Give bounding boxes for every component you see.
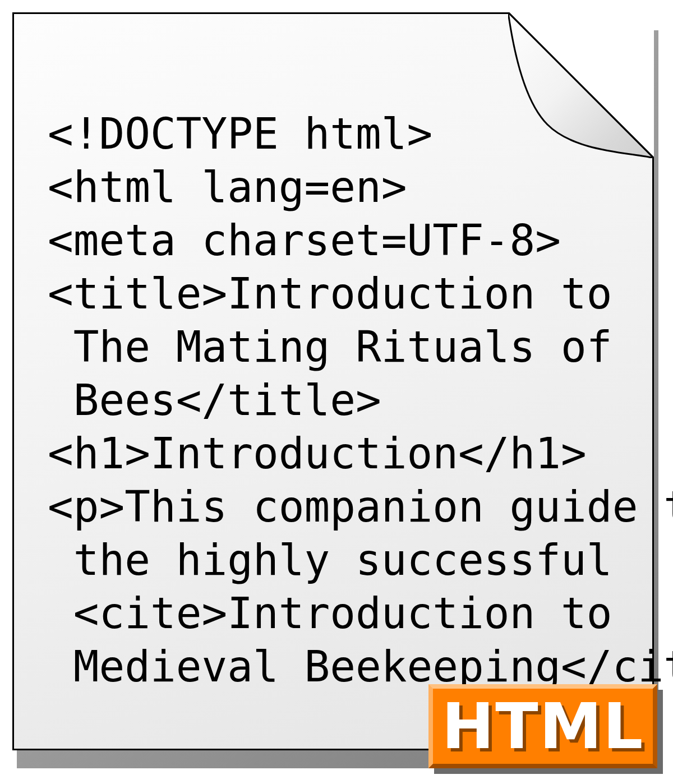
html-file-icon: <!DOCTYPE html> <html lang=en> <meta cha… xyxy=(0,0,673,784)
code-line: The Mating Rituals of xyxy=(48,322,612,372)
code-line: the highly successful xyxy=(48,535,612,585)
folded-corner-icon xyxy=(508,12,654,158)
code-line: <h1>Introduction</h1> xyxy=(48,428,587,478)
code-line: <meta charset=UTF-8> xyxy=(48,215,561,265)
code-line: <html lang=en> xyxy=(48,162,407,212)
file-type-badge: HTML xyxy=(428,684,657,768)
code-line: <p>This companion guide to xyxy=(48,482,673,532)
code-line: Bees</title> xyxy=(48,375,381,425)
code-line: <title>Introduction to xyxy=(48,269,612,319)
code-snippet: <!DOCTYPE html> <html lang=en> <meta cha… xyxy=(48,107,673,693)
badge-label: HTML xyxy=(442,695,644,758)
code-line: <cite>Introduction to xyxy=(48,588,612,638)
code-line: <!DOCTYPE html> xyxy=(48,109,432,159)
document-page: <!DOCTYPE html> <html lang=en> <meta cha… xyxy=(12,12,654,750)
